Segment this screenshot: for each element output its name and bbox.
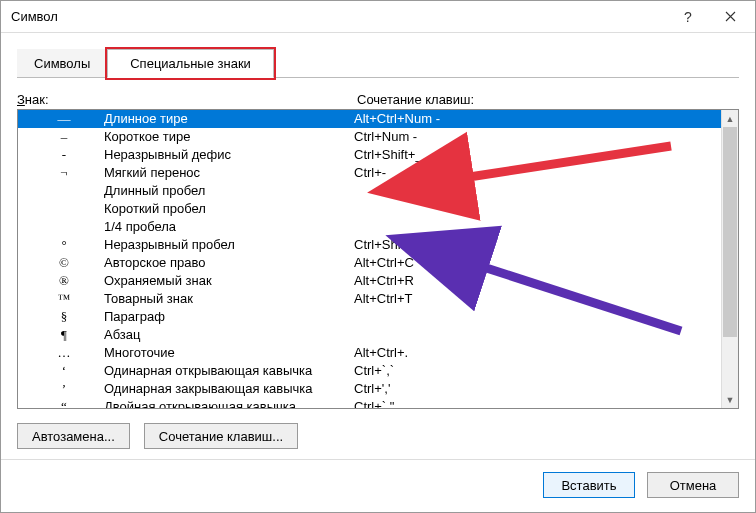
list-item[interactable]: ®Охраняемый знакAlt+Ctrl+R	[18, 272, 721, 290]
list-item[interactable]: ¬Мягкий переносCtrl+-	[18, 164, 721, 182]
cancel-button[interactable]: Отмена	[647, 472, 739, 498]
tab-strip: Символы Специальные знаки	[17, 49, 739, 78]
list-item[interactable]: Длинный пробел	[18, 182, 721, 200]
list-item[interactable]: –Короткое тиреCtrl+Num -	[18, 128, 721, 146]
symbol-shortcut: Alt+Ctrl+C	[354, 254, 715, 272]
symbol-glyph: “	[24, 398, 104, 408]
symbol-name: Мягкий перенос	[104, 164, 354, 182]
symbol-name: Авторское право	[104, 254, 354, 272]
tab-symbols[interactable]: Символы	[17, 49, 107, 77]
symbol-shortcut: Ctrl+`,"	[354, 398, 715, 408]
symbol-name: Одинарная закрывающая кавычка	[104, 380, 354, 398]
symbol-shortcut: Alt+Ctrl+R	[354, 272, 715, 290]
symbol-glyph: ¬	[24, 164, 104, 182]
list-item[interactable]: §Параграф	[18, 308, 721, 326]
autocorrect-button[interactable]: Автозамена...	[17, 423, 130, 449]
list-item[interactable]: ™Товарный знакAlt+Ctrl+T	[18, 290, 721, 308]
symbol-glyph: ©	[24, 254, 104, 272]
symbol-name: Длинное тире	[104, 110, 354, 128]
symbol-glyph: ’	[24, 380, 104, 398]
symbol-shortcut: Ctrl+-	[354, 164, 715, 182]
symbol-glyph: ¶	[24, 326, 104, 344]
symbol-glyph: —	[24, 110, 104, 128]
symbol-shortcut: Alt+Ctrl+Num -	[354, 110, 715, 128]
symbol-shortcut: Ctrl+Shift+_	[354, 146, 715, 164]
symbol-glyph: –	[24, 128, 104, 146]
symbol-glyph: …	[24, 344, 104, 362]
list-item[interactable]: …МноготочиеAlt+Ctrl+.	[18, 344, 721, 362]
window-title: Символ	[11, 9, 58, 24]
column-headers: Знак: Сочетание клавиш:	[17, 92, 739, 107]
shortcut-button[interactable]: Сочетание клавиш...	[144, 423, 298, 449]
header-shortcut: Сочетание клавиш:	[357, 92, 474, 107]
symbol-name: Короткое тире	[104, 128, 354, 146]
scroll-thumb[interactable]	[723, 127, 737, 337]
scroll-up-icon[interactable]: ▲	[722, 110, 738, 127]
symbol-glyph: §	[24, 308, 104, 326]
symbol-shortcut: Alt+Ctrl+T	[354, 290, 715, 308]
symbol-name: Абзац	[104, 326, 354, 344]
symbol-glyph: ‘	[24, 362, 104, 380]
list-item[interactable]: -Неразрывный дефисCtrl+Shift+_	[18, 146, 721, 164]
insert-button[interactable]: Вставить	[543, 472, 635, 498]
symbol-glyph: °	[24, 236, 104, 254]
tab-special-chars[interactable]: Специальные знаки	[107, 49, 274, 78]
symbol-name: Двойная открывающая кавычка	[104, 398, 354, 408]
list-item[interactable]: “Двойная открывающая кавычкаCtrl+`,"	[18, 398, 721, 408]
symbol-name: Неразрывный пробел	[104, 236, 354, 254]
list-item[interactable]: —Длинное тиреAlt+Ctrl+Num -	[18, 110, 721, 128]
symbol-name: Параграф	[104, 308, 354, 326]
list-item[interactable]: ‘Одинарная открывающая кавычкаCtrl+`,`	[18, 362, 721, 380]
symbol-name: 1/4 пробела	[104, 218, 354, 236]
symbol-name: Неразрывный дефис	[104, 146, 354, 164]
close-icon	[725, 11, 736, 22]
symbol-name: Многоточие	[104, 344, 354, 362]
list-item[interactable]: Короткий пробел	[18, 200, 721, 218]
list-item[interactable]: ©Авторское правоAlt+Ctrl+C	[18, 254, 721, 272]
symbol-shortcut: Ctrl+','	[354, 380, 715, 398]
symbol-name: Одинарная открывающая кавычка	[104, 362, 354, 380]
symbol-name: Товарный знак	[104, 290, 354, 308]
close-button[interactable]	[709, 2, 751, 32]
scroll-down-icon[interactable]: ▼	[722, 391, 738, 408]
symbol-name: Длинный пробел	[104, 182, 354, 200]
symbol-shortcut: Ctrl+Shift+Пробел	[354, 236, 715, 254]
vertical-scrollbar[interactable]: ▲ ▼	[721, 110, 738, 408]
list-item[interactable]: ’Одинарная закрывающая кавычкаCtrl+','	[18, 380, 721, 398]
symbol-glyph: -	[24, 146, 104, 164]
list-item[interactable]: ¶Абзац	[18, 326, 721, 344]
help-button[interactable]: ?	[667, 2, 709, 32]
header-sign: Знак:	[17, 92, 357, 107]
symbol-shortcut: Ctrl+`,`	[354, 362, 715, 380]
symbol-glyph: ™	[24, 290, 104, 308]
symbol-name: Охраняемый знак	[104, 272, 354, 290]
symbol-shortcut: Ctrl+Num -	[354, 128, 715, 146]
symbol-glyph: ®	[24, 272, 104, 290]
symbol-name: Короткий пробел	[104, 200, 354, 218]
list-item[interactable]: 1/4 пробела	[18, 218, 721, 236]
special-chars-listbox[interactable]: —Длинное тиреAlt+Ctrl+Num -–Короткое тир…	[18, 110, 721, 408]
list-item[interactable]: °Неразрывный пробелCtrl+Shift+Пробел	[18, 236, 721, 254]
symbol-shortcut: Alt+Ctrl+.	[354, 344, 715, 362]
